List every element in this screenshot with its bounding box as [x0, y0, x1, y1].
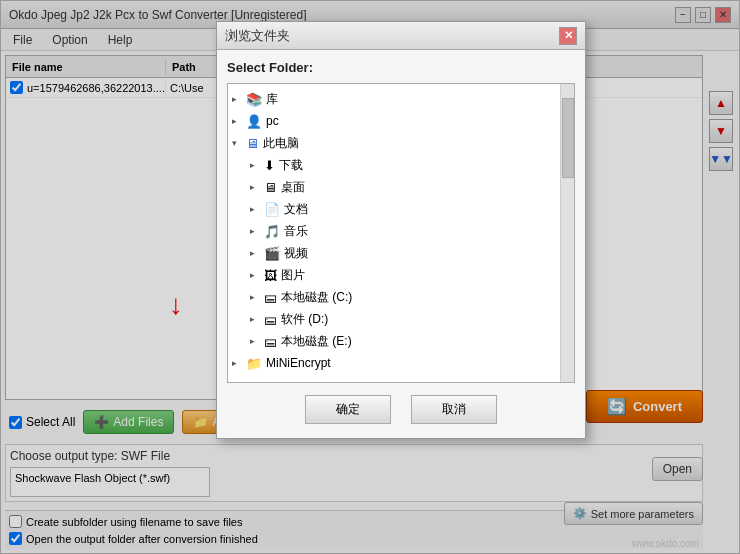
tree-item-label: 下载 [279, 157, 303, 174]
tree-item-label: pc [266, 114, 279, 128]
tree-expand-arrow: ▸ [250, 270, 264, 280]
tree-item[interactable]: ▸🖼图片 [228, 264, 560, 286]
watermark: www.okdo.com [632, 538, 699, 549]
tree-item-icon: 🖼 [264, 268, 277, 283]
tree-item-icon: 🖥 [264, 180, 277, 195]
folder-tree-area: ▸📚库▸👤pc▾🖥此电脑▸⬇下载▸🖥桌面▸📄文档▸🎵音乐▸🎬视频▸🖼图片▸🖴本地… [227, 83, 575, 383]
tree-item-label: 软件 (D:) [281, 311, 328, 328]
folder-tree[interactable]: ▸📚库▸👤pc▾🖥此电脑▸⬇下载▸🖥桌面▸📄文档▸🎵音乐▸🎬视频▸🖼图片▸🖴本地… [228, 84, 560, 382]
tree-item[interactable]: ▸📚库 [228, 88, 560, 110]
tree-item[interactable]: ▸🖴本地磁盘 (E:) [228, 330, 560, 352]
tree-item-label: 本地磁盘 (E:) [281, 333, 352, 350]
tree-item-label: 桌面 [281, 179, 305, 196]
tree-item-icon: 👤 [246, 114, 262, 129]
dialog-ok-button[interactable]: 确定 [305, 395, 391, 424]
tree-item-icon: 📁 [246, 356, 262, 371]
tree-item-label: 文档 [284, 201, 308, 218]
tree-item[interactable]: ▸🖴本地磁盘 (C:) [228, 286, 560, 308]
tree-item[interactable]: ▸🖥桌面 [228, 176, 560, 198]
tree-item-icon: 📄 [264, 202, 280, 217]
tree-item-label: 库 [266, 91, 278, 108]
tree-item-label: 图片 [281, 267, 305, 284]
tree-item[interactable]: ▸👤pc [228, 110, 560, 132]
tree-item[interactable]: ▸🖴软件 (D:) [228, 308, 560, 330]
tree-item-icon: 📚 [246, 92, 262, 107]
tree-expand-arrow: ▸ [250, 182, 264, 192]
tree-expand-arrow: ▸ [250, 226, 264, 236]
tree-item-label: 音乐 [284, 223, 308, 240]
tree-expand-arrow: ▸ [250, 292, 264, 302]
dialog-buttons: 确定 取消 [227, 391, 575, 428]
tree-expand-arrow: ▸ [250, 336, 264, 346]
select-folder-label: Select Folder: [227, 60, 575, 75]
dialog-cancel-button[interactable]: 取消 [411, 395, 497, 424]
tree-expand-arrow: ▸ [250, 314, 264, 324]
tree-item-label: 本地磁盘 (C:) [281, 289, 352, 306]
dialog-overlay: 浏览文件夹 ✕ Select Folder: ▸📚库▸👤pc▾🖥此电脑▸⬇下载▸… [1, 1, 739, 553]
tree-item-icon: 🖴 [264, 334, 277, 349]
tree-expand-arrow: ▸ [250, 160, 264, 170]
main-window: Okdo Jpeg Jp2 J2k Pcx to Swf Converter [… [0, 0, 740, 554]
folder-scrollbar[interactable] [560, 84, 574, 382]
tree-item-icon: ⬇ [264, 158, 275, 173]
tree-expand-arrow: ▸ [250, 204, 264, 214]
tree-item-icon: 🎵 [264, 224, 280, 239]
folder-browser-dialog: 浏览文件夹 ✕ Select Folder: ▸📚库▸👤pc▾🖥此电脑▸⬇下载▸… [216, 21, 586, 439]
tree-item[interactable]: ▸⬇下载 [228, 154, 560, 176]
dialog-body: Select Folder: ▸📚库▸👤pc▾🖥此电脑▸⬇下载▸🖥桌面▸📄文档▸… [217, 50, 585, 438]
tree-expand-arrow: ▸ [232, 358, 246, 368]
tree-expand-arrow: ▸ [232, 116, 246, 126]
tree-item[interactable]: ▸📁MiNiEncrypt [228, 352, 560, 374]
tree-expand-arrow: ▸ [250, 248, 264, 258]
tree-item-label: 视频 [284, 245, 308, 262]
scrollbar-thumb [562, 98, 574, 178]
tree-item[interactable]: ▸📄文档 [228, 198, 560, 220]
tree-item-label: MiNiEncrypt [266, 356, 331, 370]
tree-item-icon: 🎬 [264, 246, 280, 261]
dialog-title: 浏览文件夹 [225, 27, 559, 45]
tree-item[interactable]: ▸🎵音乐 [228, 220, 560, 242]
tree-item-icon: 🖥 [246, 136, 259, 151]
tree-item-label: 此电脑 [263, 135, 299, 152]
tree-item[interactable]: ▾🖥此电脑 [228, 132, 560, 154]
dialog-title-bar: 浏览文件夹 ✕ [217, 22, 585, 50]
dialog-close-button[interactable]: ✕ [559, 27, 577, 45]
tree-item-icon: 🖴 [264, 290, 277, 305]
tree-item[interactable]: ▸🎬视频 [228, 242, 560, 264]
tree-item-icon: 🖴 [264, 312, 277, 327]
tree-expand-arrow: ▸ [232, 94, 246, 104]
tree-expand-arrow: ▾ [232, 138, 246, 148]
